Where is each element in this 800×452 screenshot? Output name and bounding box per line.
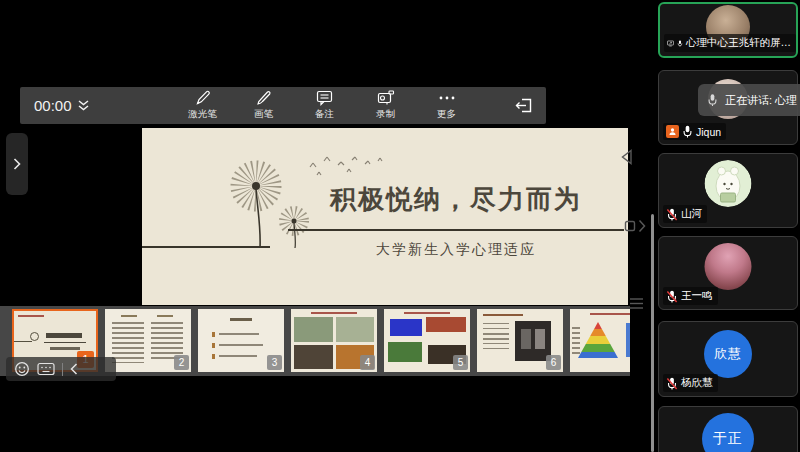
participant-name: 山河 — [681, 207, 702, 221]
hamburger-icon — [629, 297, 644, 310]
slide-thumbnail-5[interactable]: 5 — [384, 309, 470, 372]
thumb-decor — [483, 314, 523, 316]
slide-ground-line — [142, 246, 270, 248]
avatar-initials: 于正 — [702, 413, 754, 452]
thumb-decor — [157, 315, 173, 317]
thumb-decor — [44, 342, 86, 343]
exit-icon — [514, 97, 533, 114]
host-icon — [666, 125, 679, 138]
brush-icon — [255, 90, 272, 106]
participant-tile-sharer[interactable]: 心理中心王兆轩的屏… — [658, 2, 798, 58]
sidebar-expand-tab[interactable] — [6, 133, 28, 195]
speaking-toast-text: 正在讲话: 心理 — [725, 93, 797, 108]
mic-on-icon — [677, 37, 683, 50]
slide-subtitle: 大学新生入学心理适应 — [288, 241, 624, 259]
thumb-decor — [30, 332, 39, 341]
thumb-decor — [521, 329, 531, 349]
participant-name: Jiqun — [696, 126, 721, 138]
notes-label: 备注 — [315, 108, 334, 121]
thumb-decor — [212, 332, 215, 337]
participant-tile-yuzheng[interactable]: 于正 — [658, 406, 798, 452]
quickbar-divider — [62, 363, 63, 376]
android-menu-button[interactable] — [629, 296, 644, 314]
annotation-quickbar — [6, 357, 116, 381]
emoji-icon[interactable] — [14, 361, 30, 377]
slide-thumbnail-6[interactable]: 6 — [477, 309, 563, 372]
screen-share-icon — [667, 38, 674, 49]
thumb-decor — [572, 327, 580, 355]
chevron-right-icon — [13, 158, 21, 170]
participant-tile-shanhe[interactable]: 山河 — [658, 153, 798, 228]
more-label: 更多 — [437, 108, 456, 121]
thumb-decor — [590, 313, 630, 315]
chevron-right-icon — [638, 219, 646, 233]
mic-on-icon — [707, 93, 718, 107]
thumb-decor — [18, 315, 44, 317]
toolbar-tools: 激光笔 画笔 备注 — [186, 90, 464, 121]
slide-thumbnail-3[interactable]: 3 — [198, 309, 284, 372]
more-icon — [438, 90, 456, 106]
record-icon — [377, 90, 395, 106]
participant-label: 心理中心王兆轩的屏… — [664, 34, 796, 52]
thumb-decor — [535, 329, 545, 349]
brush-button[interactable]: 画笔 — [247, 90, 281, 121]
slide-number-badge: 5 — [453, 355, 468, 370]
thumb-photo — [426, 317, 466, 332]
thumb-decor — [219, 344, 263, 346]
pyramid-chart-decor — [578, 322, 618, 358]
android-back-button[interactable] — [620, 149, 635, 169]
participants-panel: 心理中心王兆轩的屏… Jiqun — [656, 0, 800, 452]
thumb-decor — [311, 312, 357, 314]
collapse-chevrons-icon[interactable] — [77, 100, 90, 112]
laser-pen-icon — [194, 90, 211, 106]
presentation-timer[interactable]: 00:00 — [34, 97, 90, 114]
thumb-photo — [294, 317, 333, 342]
thumb-decor — [404, 312, 450, 314]
slide-divider-line — [288, 229, 624, 231]
speaking-toast: 正在讲话: 心理 — [698, 84, 800, 116]
thumb-photo — [388, 342, 422, 362]
keyboard-icon[interactable] — [37, 362, 55, 376]
thumb-photo — [336, 317, 374, 342]
thumb-decor — [46, 333, 82, 338]
participant-label: 杨欣慧 — [663, 374, 718, 392]
notes-button[interactable]: 备注 — [308, 90, 342, 121]
mic-on-icon — [682, 125, 693, 138]
more-button[interactable]: 更多 — [430, 90, 464, 121]
participant-tile-wangyiming[interactable]: 王一鸣 — [658, 236, 798, 310]
laser-pen-label: 激光笔 — [188, 108, 217, 121]
presentation-slide[interactable]: 积极悦纳，尽力而为 大学新生入学心理适应 — [142, 128, 628, 305]
record-button[interactable]: 录制 — [369, 90, 403, 121]
laser-pen-button[interactable]: 激光笔 — [186, 90, 220, 121]
thumb-decor — [219, 355, 257, 357]
record-label: 录制 — [376, 108, 395, 121]
screen-share-view: 00:00 激光笔 画笔 — [0, 0, 652, 452]
avatar-initials: 欣慧 — [704, 330, 752, 378]
participant-label: 山河 — [663, 205, 707, 223]
thumb-decor — [121, 315, 137, 317]
thumb-decor — [219, 333, 259, 335]
slide-thumbnail-4[interactable]: 4 — [291, 309, 377, 372]
slide-thumbnail-2[interactable]: 2 — [105, 309, 191, 372]
thumb-decor — [212, 343, 215, 348]
participant-tile-yangxinhui[interactable]: 欣慧 杨欣慧 — [658, 321, 798, 397]
android-home-button[interactable] — [624, 219, 646, 233]
panel-scrollbar[interactable] — [651, 214, 654, 452]
mic-muted-icon — [666, 208, 678, 221]
participant-name: 王一鸣 — [681, 289, 713, 303]
avatar — [705, 243, 752, 290]
exit-presentation-button[interactable] — [514, 97, 533, 114]
slide-title: 积极悦纳，尽力而为 — [288, 182, 624, 217]
slide-thumbnail-7[interactable]: 7 — [570, 309, 630, 372]
thumb-decor — [112, 322, 144, 364]
brush-label: 画笔 — [254, 108, 273, 121]
participant-label: 王一鸣 — [663, 287, 718, 305]
thumb-photo — [390, 319, 422, 336]
thumb-decor — [230, 318, 252, 321]
presenter-toolbar: 00:00 激光笔 画笔 — [20, 87, 546, 124]
avatar — [705, 160, 752, 207]
mic-muted-icon — [666, 377, 678, 390]
collapse-left-icon[interactable] — [70, 363, 78, 375]
timer-value: 00:00 — [34, 97, 72, 114]
back-triangle-icon — [620, 149, 635, 165]
